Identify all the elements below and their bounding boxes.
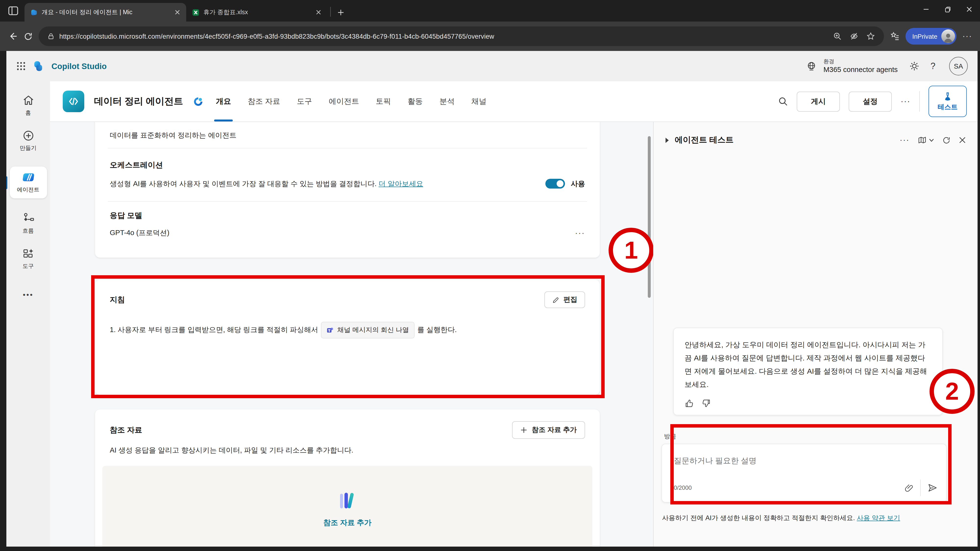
lock-icon xyxy=(48,33,54,40)
restore-button[interactable] xyxy=(937,0,958,19)
refresh-icon[interactable] xyxy=(24,32,33,41)
tab-title: 개요 - 데이터 정리 에이전트 | Mic xyxy=(41,8,170,16)
sidebar-more-icon[interactable]: ••• xyxy=(23,291,33,299)
agent-title: 데이터 정리 에이전트 xyxy=(94,95,183,108)
sidebar-item-label: 만들기 xyxy=(20,144,37,152)
tab-knowledge[interactable]: 참조 자료 xyxy=(248,81,280,121)
tab-title: 휴가 종합표.xlsx xyxy=(204,8,311,16)
map-icon xyxy=(918,136,927,144)
collapse-panel-icon[interactable] xyxy=(665,137,670,143)
new-tab-button[interactable] xyxy=(334,5,347,19)
activity-map-menu[interactable] xyxy=(918,136,934,144)
close-tab-icon[interactable] xyxy=(315,8,323,16)
tab-analytics[interactable]: 분석 xyxy=(439,81,455,121)
browser-tab-bar: 개요 - 데이터 정리 에이전트 | Mic 휴가 종합표.xlsx xyxy=(0,0,980,22)
orchestration-toggle[interactable] xyxy=(546,179,565,189)
add-knowledge-button[interactable]: 참조 자료 추가 xyxy=(512,421,585,439)
sidebar-item-home[interactable]: 홈 xyxy=(22,94,35,117)
close-panel-icon[interactable] xyxy=(959,137,966,143)
tab-tools[interactable]: 도구 xyxy=(297,81,312,121)
tab-topics[interactable]: 토픽 xyxy=(376,81,391,121)
copilot-badge-icon[interactable] xyxy=(193,96,203,106)
overview-page: 데이터를 표준화하여 정리하는 에이전트 오케스트레이션 생성형 AI를 사용하… xyxy=(50,122,653,546)
zoom-page-icon[interactable] xyxy=(833,32,842,41)
favorites-star-icon[interactable] xyxy=(866,32,875,41)
reset-conversation-icon[interactable] xyxy=(942,136,951,144)
annotation-step-1: 1 xyxy=(609,228,653,273)
model-value: GPT-4o (프로덕션) xyxy=(110,228,169,238)
close-tab-icon[interactable] xyxy=(173,8,181,16)
waffle-menu-icon[interactable] xyxy=(16,61,26,71)
close-window-button[interactable] xyxy=(958,0,980,19)
sidebar-item-agents[interactable]: 에이전트 xyxy=(10,167,47,198)
product-name[interactable]: Copilot Studio xyxy=(51,62,107,71)
model-more-icon[interactable]: ··· xyxy=(575,229,585,237)
sidebar-item-label: 도구 xyxy=(22,262,34,270)
tracking-prevention-icon[interactable] xyxy=(850,32,858,41)
tab-overview[interactable]: 개요 xyxy=(216,81,231,121)
sidebar-item-label: 흐름 xyxy=(22,227,34,235)
terms-link[interactable]: 사용 약관 보기 xyxy=(857,514,900,522)
thumbs-up-icon[interactable] xyxy=(684,399,694,408)
profile-avatar-icon xyxy=(941,29,955,43)
knowledge-card: 참조 자료 참조 자료 추가 AI 생성 응답을 알리고 향상시키는 데이터, … xyxy=(95,410,600,546)
browser-toolbar: https://copilotstudio.microsoft.com/envi… xyxy=(0,22,980,51)
sidebar-item-label: 홈 xyxy=(25,109,31,117)
environment-name: M365 connector agents xyxy=(823,65,898,74)
agent-message-text: 안녕하세요, 가상 도우미 데이터 정리 에이전트입니다. 아시다시피 저는 가… xyxy=(684,338,931,391)
collections-icon[interactable] xyxy=(889,31,899,41)
browser-tab-copilot-studio[interactable]: 개요 - 데이터 정리 에이전트 | Mic xyxy=(24,3,186,22)
divider xyxy=(919,91,920,112)
inprivate-badge[interactable]: InPrivate xyxy=(905,28,956,44)
copilot-studio-header: Copilot Studio 환경 M365 connector agents … xyxy=(6,51,978,81)
account-avatar[interactable]: SA xyxy=(949,57,968,75)
left-navigation: 홈 만들기 에이전트 흐름 xyxy=(6,81,50,546)
tab-channels[interactable]: 채널 xyxy=(471,81,487,121)
agent-description: 데이터를 표준화하여 정리하는 에이전트 xyxy=(110,131,585,140)
tab-divider xyxy=(330,7,331,17)
settings-button[interactable]: 설정 xyxy=(849,91,892,111)
more-options-icon[interactable]: ··· xyxy=(900,97,910,106)
environment-label: 환경 xyxy=(823,58,898,65)
sidebar-item-tools[interactable]: 도구 xyxy=(22,247,35,270)
url-text[interactable]: https://copilotstudio.microsoft.com/envi… xyxy=(59,33,828,40)
knowledge-description: AI 생성 응답을 알리고 향상시키는 데이터, 파일 및 기타 리소스를 추가… xyxy=(110,446,585,455)
tab-agents[interactable]: 에이전트 xyxy=(329,81,359,121)
sidebar-item-create[interactable]: 만들기 xyxy=(20,129,37,152)
tab-activity[interactable]: 활동 xyxy=(408,81,423,121)
browser-tab-excel[interactable]: 휴가 종합표.xlsx xyxy=(186,3,327,22)
settings-gear-icon[interactable] xyxy=(909,61,920,71)
copilot-studio-logo xyxy=(32,60,44,72)
search-icon[interactable] xyxy=(778,97,788,106)
plus-icon xyxy=(520,427,527,433)
model-title: 응답 모델 xyxy=(110,211,585,221)
annotation-step-2: 2 xyxy=(929,369,975,414)
browser-window: 개요 - 데이터 정리 에이전트 | Mic 휴가 종합표.xlsx xyxy=(0,0,980,551)
thumbs-down-icon[interactable] xyxy=(702,399,711,408)
workspaces-icon[interactable] xyxy=(7,5,20,17)
excel-favicon xyxy=(192,9,199,16)
test-button[interactable]: 테스트 xyxy=(929,86,967,117)
test-button-label: 테스트 xyxy=(938,103,958,111)
agent-message-bubble: 안녕하세요, 가상 도우미 데이터 정리 에이전트입니다. 아시다시피 저는 가… xyxy=(673,328,943,415)
agent-test-panel: 에이전트 테스트 ··· xyxy=(653,122,978,546)
sidebar-item-flows[interactable]: 흐름 xyxy=(22,212,35,235)
back-icon[interactable] xyxy=(8,31,18,41)
browser-settings-icon[interactable]: ··· xyxy=(963,31,972,41)
environment-picker[interactable]: 환경 M365 connector agents xyxy=(823,58,898,74)
minimize-button[interactable] xyxy=(915,0,937,19)
add-knowledge-link[interactable]: 참조 자료 추가 xyxy=(323,518,372,527)
knowledge-title: 참조 자료 xyxy=(110,425,142,435)
window-controls xyxy=(915,0,980,19)
sidebar-item-label: 에이전트 xyxy=(17,186,40,194)
browser-content: Copilot Studio 환경 M365 connector agents … xyxy=(0,51,980,551)
address-bar[interactable]: https://copilotstudio.microsoft.com/envi… xyxy=(39,27,884,46)
help-icon[interactable]: ? xyxy=(926,61,940,71)
agent-details-card: 데이터를 표준화하여 정리하는 에이전트 오케스트레이션 생성형 AI를 사용하… xyxy=(95,122,600,257)
knowledge-empty-state: 참조 자료 추가 xyxy=(102,466,592,546)
publish-button[interactable]: 게시 xyxy=(797,91,840,111)
scrollbar-thumb[interactable] xyxy=(648,136,651,298)
panel-more-icon[interactable]: ··· xyxy=(900,135,910,145)
beaker-icon xyxy=(943,91,953,101)
learn-more-link[interactable]: 더 알아보세요 xyxy=(379,179,423,187)
